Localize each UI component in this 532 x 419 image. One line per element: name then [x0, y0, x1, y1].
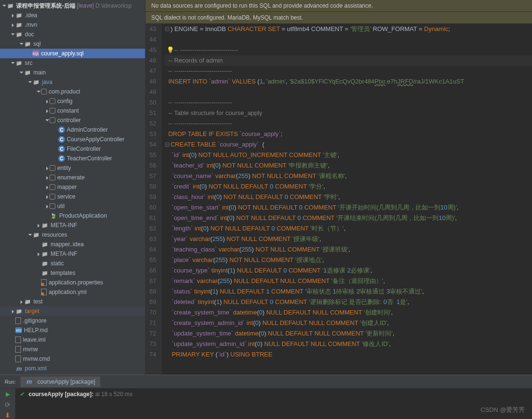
tree-item-file-controller[interactable]: FileController — [0, 144, 145, 154]
folder-icon — [15, 307, 23, 315]
tree-item-pom-xml[interactable]: pom.xml — [0, 364, 145, 373]
chevron-down-icon — [35, 89, 41, 94]
file-icon — [15, 346, 21, 353]
class-icon — [58, 126, 65, 133]
tree-item-course-apply-controller[interactable]: CourseApplyController — [0, 135, 145, 144]
tree-item-test[interactable]: test — [0, 297, 145, 306]
run-tab[interactable]: courseApply [package] — [21, 377, 100, 387]
class-icon — [58, 146, 65, 152]
folder-icon — [15, 31, 23, 38]
project-path: D:\ideaworksp — [95, 2, 132, 9]
tree-item-service[interactable]: service — [0, 192, 145, 201]
folder-icon — [41, 250, 49, 258]
tree-item-teacher-controller[interactable]: TeacherController — [0, 154, 145, 163]
package-icon — [50, 98, 55, 104]
spring-icon — [50, 212, 57, 220]
folder-icon — [32, 231, 40, 239]
class-icon — [58, 155, 65, 162]
package-icon — [50, 117, 55, 123]
tree-item-course-apply-sql[interactable]: course_apply.sql — [0, 49, 145, 58]
class-icon — [58, 136, 65, 143]
tree-item-enumerate[interactable]: enumerate — [0, 173, 145, 182]
chevron-down-icon — [44, 117, 50, 123]
run-button[interactable]: ▶ — [3, 390, 12, 398]
package-icon — [50, 175, 55, 180]
tree-item-mapper-idea[interactable]: mapper..idea — [0, 240, 145, 249]
folder-icon — [41, 260, 49, 267]
tree-item-src[interactable]: src — [0, 58, 145, 68]
source-code[interactable]: ⊟) ENGINE = InnoDB CHARACTER SET = utf8m… — [162, 24, 532, 375]
run-output[interactable]: ✔ courseApply [package]: al 18 s 520 ms — [15, 388, 532, 419]
tree-item-target[interactable]: target — [0, 306, 145, 316]
package-icon — [50, 203, 55, 209]
tree-item-main[interactable]: main — [0, 68, 145, 77]
sql-file-icon — [32, 51, 39, 56]
package-icon — [41, 89, 47, 94]
tree-item-leave-iml[interactable]: leave.iml — [0, 335, 145, 345]
folder-icon — [15, 59, 23, 67]
tree-item-package[interactable]: com.product — [0, 87, 145, 96]
maven-icon — [25, 378, 33, 386]
tree-item-config[interactable]: config — [0, 96, 145, 106]
chevron-down-icon — [10, 31, 15, 37]
tree-item-templates[interactable]: templates — [0, 268, 145, 278]
chevron-right-icon — [35, 222, 41, 228]
folder-icon — [24, 69, 31, 76]
project-tree[interactable]: 课程申报管理系统-后端 [leave] D:\ideaworksp .idea … — [0, 0, 146, 375]
tree-item-mvn[interactable]: .mvn — [0, 20, 145, 30]
run-label: Run: — [0, 379, 21, 385]
gutter: 4344454647484950515253545556575859606162… — [146, 24, 162, 375]
chevron-right-icon — [44, 184, 50, 190]
tree-item-entity[interactable]: entity — [0, 163, 145, 173]
chevron-right-icon — [35, 251, 41, 257]
tree-item-doc[interactable]: doc — [0, 30, 145, 39]
tree-item-gitignore[interactable]: .gitignore — [0, 316, 145, 325]
chevron-right-icon — [44, 194, 50, 199]
tree-item-idea[interactable]: .idea — [0, 10, 145, 20]
stop-button[interactable]: ⬇ — [3, 411, 12, 419]
yml-icon — [41, 289, 47, 295]
run-tools: ▶ ⟳ ⬇ — [0, 388, 15, 419]
tree-item-mvnw[interactable]: mvnw — [0, 345, 145, 354]
package-icon — [50, 108, 55, 114]
tree-item-help[interactable]: HELP.md — [0, 325, 145, 335]
rerun-button[interactable]: ⟳ — [3, 401, 12, 409]
tree-item-controller[interactable]: controller — [0, 115, 145, 125]
tree-item-util[interactable]: util — [0, 201, 145, 211]
chevron-down-icon — [18, 70, 24, 75]
check-icon: ✔ — [20, 391, 25, 398]
file-icon — [15, 356, 21, 362]
chevron-right-icon — [44, 175, 50, 180]
tree-item-mvnw-cmd[interactable]: mvnw.cmd — [0, 354, 145, 364]
folder-icon — [24, 40, 31, 48]
tree-item-static[interactable]: static — [0, 259, 145, 268]
folder-icon — [41, 269, 49, 277]
project-root[interactable]: 课程申报管理系统-后端 [leave] D:\ideaworksp — [0, 1, 145, 10]
folder-icon — [32, 78, 40, 86]
chevron-right-icon — [18, 299, 24, 304]
tree-item-constant[interactable]: constant — [0, 106, 145, 115]
folder-icon — [41, 241, 49, 248]
banner-dialect[interactable]: SQL dialect is not configured. MariaDB, … — [146, 12, 532, 24]
file-icon — [15, 317, 21, 324]
chevron-right-icon — [44, 165, 50, 171]
folder-icon — [7, 2, 14, 10]
banner-datasource[interactable]: No data sources are configured to run th… — [146, 0, 532, 12]
chevron-right-icon — [44, 98, 50, 104]
tree-item-metainf2[interactable]: META-INF — [0, 249, 145, 259]
code-editor[interactable]: 4344454647484950515253545556575859606162… — [146, 24, 532, 375]
tree-item-app-yml[interactable]: application.yml — [0, 287, 145, 297]
tree-item-mapper[interactable]: mapper — [0, 182, 145, 192]
chevron-right-icon — [44, 108, 50, 114]
tree-item-app-props[interactable]: application.properties — [0, 278, 145, 287]
file-icon — [15, 336, 21, 343]
tree-item-metainf[interactable]: META-INF — [0, 220, 145, 230]
tree-item-product-application[interactable]: ProductApplication — [0, 211, 145, 220]
tree-item-resources[interactable]: resources — [0, 230, 145, 240]
maven-icon — [15, 365, 23, 372]
tree-item-java[interactable]: java — [0, 77, 145, 87]
project-name: 课程申报管理系统-后端 — [16, 2, 75, 10]
tree-item-sql[interactable]: sql — [0, 39, 145, 49]
run-config-name: courseApply [package]: — [29, 391, 94, 398]
tree-item-admin-controller[interactable]: AdminController — [0, 125, 145, 135]
